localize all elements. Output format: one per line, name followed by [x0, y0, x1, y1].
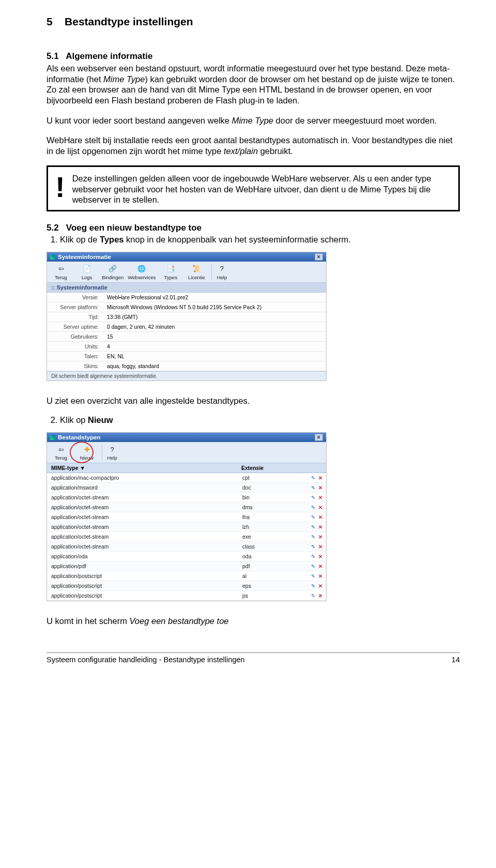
list-item[interactable]: application/octet-streambin✎✕: [47, 493, 326, 502]
toolbar-button-licentie[interactable]: 📜Licentie: [185, 264, 207, 280]
delete-icon[interactable]: ✕: [317, 495, 323, 500]
info-value: aqua, foggy, standard: [103, 361, 326, 371]
toolbar-button-label: Webservices: [128, 275, 156, 280]
info-value: 15: [103, 331, 326, 341]
delete-icon[interactable]: ✕: [317, 514, 323, 520]
ext-cell: bin: [242, 493, 304, 502]
info-label: Versie:: [47, 293, 103, 302]
toolbar-button-help[interactable]: ?Help: [211, 264, 227, 280]
mime-cell: application/octet-stream: [47, 522, 242, 531]
row-actions: ✎✕: [304, 534, 326, 540]
mime-cell: application/octet-stream: [47, 542, 242, 551]
toolbar-button-terug[interactable]: ⇦Terug: [50, 264, 72, 280]
help-icon: ?: [106, 444, 118, 454]
mime-cell: application/pdf: [47, 561, 242, 571]
delete-icon[interactable]: ✕: [317, 564, 323, 569]
edit-icon[interactable]: ✎: [310, 554, 316, 559]
info-label: Tijd:: [47, 312, 103, 322]
col-ext[interactable]: Extensie: [237, 463, 307, 473]
list-item[interactable]: application/octet-streamclass✎✕: [47, 542, 326, 552]
info-table: Versie:WebHare Professional v2.01.pre2Se…: [47, 293, 326, 371]
terug-icon: ⇦: [55, 444, 67, 454]
heading-s2: 5.2 Voeg een nieuw bestandtype toe: [47, 223, 460, 233]
edit-icon[interactable]: ✎: [310, 534, 316, 540]
delete-icon[interactable]: ✕: [317, 534, 323, 540]
list-item[interactable]: application/octet-streamdms✎✕: [47, 502, 326, 512]
webservices-icon: 🌐: [136, 264, 147, 274]
row-actions: ✎✕: [304, 583, 326, 589]
edit-icon[interactable]: ✎: [310, 495, 316, 500]
delete-icon[interactable]: ✕: [317, 593, 323, 599]
heading-s1: 5.1 Algemene informatie: [47, 51, 460, 62]
info-label: Server platform:: [47, 302, 103, 312]
delete-icon[interactable]: ✕: [317, 554, 323, 559]
info-value: 13:38 (GMT): [103, 312, 326, 322]
toolbar-button-bindingen[interactable]: 🔗Bindingen: [102, 264, 123, 280]
close-icon[interactable]: ✕: [315, 434, 323, 441]
delete-icon[interactable]: ✕: [317, 475, 323, 481]
delete-icon[interactable]: ✕: [317, 544, 323, 550]
toolbar-button-webservices[interactable]: 🌐Webservices: [128, 264, 156, 280]
row-actions: ✎✕: [304, 475, 326, 481]
delete-icon[interactable]: ✕: [317, 524, 323, 530]
heading-main-title: Bestandtype instellingen: [65, 16, 193, 27]
window-titlebar: Systeeminformatie ✕: [47, 252, 326, 262]
edit-icon[interactable]: ✎: [310, 564, 316, 569]
edit-icon[interactable]: ✎: [310, 583, 316, 589]
mime-cell: application/msword: [47, 483, 242, 492]
exclamation-icon: !: [55, 174, 65, 200]
toolbar-button-types[interactable]: 📑Types: [160, 264, 181, 280]
row-actions: ✎✕: [304, 573, 326, 579]
row-actions: ✎✕: [304, 554, 326, 559]
list-item[interactable]: application/octet-streamlzh✎✕: [47, 522, 326, 532]
list-item[interactable]: application/octet-streamexe✎✕: [47, 532, 326, 542]
row-actions: ✎✕: [304, 544, 326, 550]
close-icon[interactable]: ✕: [315, 253, 323, 261]
edit-icon[interactable]: ✎: [310, 573, 316, 579]
toolbar-button-label: Logs: [82, 275, 92, 280]
toolbar-button-logs[interactable]: 📄Logs: [76, 264, 98, 280]
list-item[interactable]: application/pdfpdf✎✕: [47, 561, 326, 571]
edit-icon[interactable]: ✎: [310, 514, 316, 520]
delete-icon[interactable]: ✕: [317, 573, 323, 579]
list-item[interactable]: application/mac-compactprocpt✎✕: [47, 473, 326, 483]
window-title: Systeeminformatie: [58, 254, 111, 260]
ext-cell: lzh: [242, 522, 304, 531]
screenshot-filetypes: Bestandstypen ✕ ⇦Terug✚Nieuw?Help MIME-t…: [47, 432, 327, 601]
info-row: Units:4: [47, 341, 326, 351]
mime-cell: application/mac-compactpro: [47, 473, 242, 482]
list-item[interactable]: application/postscripteps✎✕: [47, 581, 326, 591]
list-item[interactable]: application/postscriptai✎✕: [47, 571, 326, 581]
info-row: Tijd:13:38 (GMT): [47, 312, 326, 322]
edit-icon[interactable]: ✎: [310, 593, 316, 599]
help-icon: ?: [216, 264, 227, 274]
toolbar-button-nieuw[interactable]: ✚Nieuw: [76, 444, 98, 461]
toolbar-button-help[interactable]: ?Help: [102, 444, 118, 461]
list-item[interactable]: application/octet-streamlha✎✕: [47, 512, 326, 522]
edit-icon[interactable]: ✎: [310, 544, 316, 550]
edit-icon[interactable]: ✎: [310, 485, 316, 491]
ext-cell: class: [242, 542, 304, 551]
ext-cell: cpt: [242, 473, 304, 482]
mime-cell: application/postscript: [47, 581, 242, 590]
heading-main-num: 5: [47, 16, 53, 27]
step-2: Klik op Nieuw: [60, 415, 460, 425]
delete-icon[interactable]: ✕: [317, 505, 323, 510]
info-row: Gebruikers:15: [47, 331, 326, 341]
row-actions: ✎✕: [304, 485, 326, 491]
edit-icon[interactable]: ✎: [310, 505, 316, 510]
edit-icon[interactable]: ✎: [310, 475, 316, 481]
list-item[interactable]: application/msworddoc✎✕: [47, 483, 326, 493]
delete-icon[interactable]: ✕: [317, 485, 323, 491]
list-item[interactable]: application/odaoda✎✕: [47, 552, 326, 561]
toolbar-button-terug[interactable]: ⇦Terug: [50, 444, 72, 461]
warning-box: ! Deze instellingen gelden alleen voor d…: [47, 165, 460, 211]
delete-icon[interactable]: ✕: [317, 583, 323, 589]
footer-left: Systeem configuratie handleiding - Besta…: [47, 656, 245, 664]
info-row: Talen:EN, NL: [47, 351, 326, 361]
info-label: Gebruikers:: [47, 331, 103, 341]
col-mime[interactable]: MIME-type ▼: [47, 463, 237, 473]
row-actions: ✎✕: [304, 564, 326, 569]
edit-icon[interactable]: ✎: [310, 524, 316, 530]
list-item[interactable]: application/postscriptps✎✕: [47, 591, 326, 601]
